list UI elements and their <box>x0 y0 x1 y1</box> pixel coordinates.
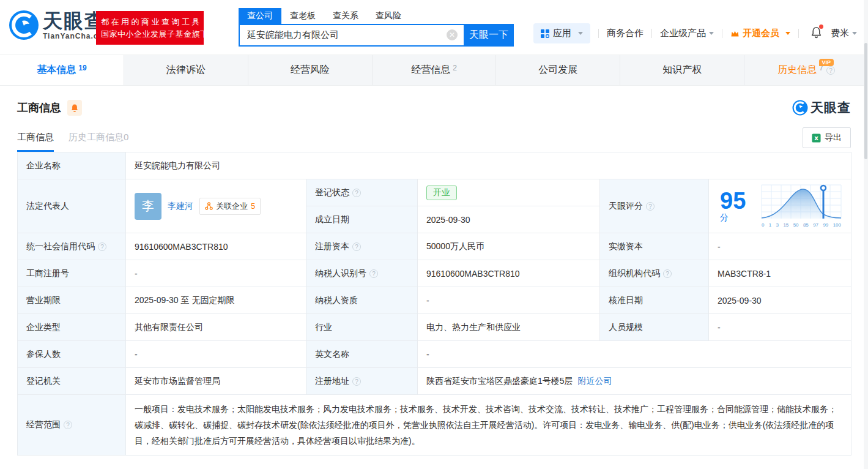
paid-capital-value: - <box>709 233 851 260</box>
tab-operation-info[interactable]: 经营信息 2 <box>373 55 497 85</box>
search-area: 查公司 查老板 查关系 查风险 ✕ 天眼一下 <box>239 8 514 47</box>
score-axis-ticks: 0131550859799100 <box>760 222 842 228</box>
avatar[interactable]: 李 <box>135 193 161 220</box>
reg-authority-value: 延安市市场监督管理局 <box>126 368 306 395</box>
uscc-label: 统一社会信用代码? <box>18 233 126 260</box>
divider <box>598 29 599 38</box>
taxpayer-quality-value: - <box>418 287 600 314</box>
nearby-companies-link[interactable]: 附近公司 <box>578 376 612 386</box>
paid-capital-label: 实缴资本 <box>600 233 709 260</box>
help-icon[interactable]: ? <box>826 66 835 75</box>
table-row: 登记机关 延安市市场监督管理局 注册地址? 陕西省延安市宝塔区鼎盛豪庭1号楼5层… <box>18 368 851 395</box>
address-label: 注册地址? <box>306 368 418 395</box>
search-tab-boss[interactable]: 查老板 <box>281 8 324 24</box>
user-menu[interactable]: 费米 <box>831 28 857 39</box>
menu-enterprise[interactable]: 企业级产品 <box>660 28 714 39</box>
related-count: 5 <box>251 201 255 211</box>
scrollbar[interactable] <box>864 0 868 469</box>
industry-value: 电力、热力生产和供应业 <box>418 314 600 341</box>
tab-operation-risk[interactable]: 经营风险 <box>248 55 373 85</box>
excel-icon: x <box>812 133 821 143</box>
divider <box>722 29 722 38</box>
search-tabs: 查公司 查老板 查关系 查风险 <box>239 8 514 24</box>
search-tab-relation[interactable]: 查关系 <box>324 8 367 24</box>
help-icon[interactable]: ? <box>64 421 72 429</box>
search-input[interactable] <box>239 24 464 47</box>
export-button[interactable]: x 导出 <box>803 127 851 148</box>
chevron-down-icon <box>852 32 857 35</box>
section-title: 工商信息 <box>17 100 61 115</box>
slogan-banner: 都在用的商业查询工具 国家中小企业发展子基金旗下机构 <box>96 11 204 45</box>
legal-rep-label: 法定代表人 <box>18 179 126 233</box>
subtab-business-info[interactable]: 工商信息 <box>17 132 54 152</box>
subtab-history-business-info[interactable]: 历史工商信息0 <box>69 132 128 152</box>
help-icon[interactable]: ? <box>663 269 672 278</box>
legal-rep-cell: 李 李建河 关联企业 5 <box>126 179 306 233</box>
tab-company-development[interactable]: 公司发展 <box>496 55 620 85</box>
english-name-value: - <box>418 341 851 368</box>
scrollbar-thumb[interactable] <box>864 43 867 159</box>
search-button[interactable]: 天眼一下 <box>464 24 514 47</box>
header-menu: 应用 商务合作 企业级产品 开通会员 <box>533 23 857 43</box>
business-term-label: 营业期限 <box>18 287 126 314</box>
chevron-down-icon <box>578 32 583 35</box>
svg-text:x: x <box>814 134 818 141</box>
tab-history-info[interactable]: 历史信息 7 ? VIP <box>744 55 868 85</box>
status-badge: 开业 <box>426 186 457 200</box>
tab-basic-info[interactable]: 基本信息 19 <box>0 55 124 85</box>
monitor-bell-icon[interactable] <box>67 100 82 116</box>
staff-size-label: 人员规模 <box>600 314 709 341</box>
apps-menu[interactable]: 应用 <box>533 23 590 43</box>
company-type-value: 其他有限责任公司 <box>126 314 306 341</box>
notification-dot <box>819 24 823 29</box>
approval-date-label: 核准日期 <box>600 287 709 314</box>
company-type-label: 企业类型 <box>18 314 126 341</box>
help-icon[interactable]: ? <box>352 189 361 197</box>
slogan-line1: 都在用的商业查询工具 <box>101 16 199 28</box>
org-code-label: 组织机构代码? <box>600 260 709 287</box>
table-row: 法定代表人 李 李建河 关联企业 5 <box>18 179 851 206</box>
business-term-value: 2025-09-30 至 无固定期限 <box>126 287 306 314</box>
establish-date-value: 2025-09-30 <box>418 206 600 233</box>
search-tab-risk[interactable]: 查风险 <box>367 8 410 24</box>
help-icon[interactable]: ? <box>646 202 655 211</box>
help-icon[interactable]: ? <box>98 242 106 251</box>
table-row: 参保人数 - 英文名称 - <box>18 341 851 368</box>
tab-legal-litigation[interactable]: 法律诉讼 <box>124 55 248 85</box>
company-nav-tabs: 基本信息 19 法律诉讼 经营风险 经营信息 2 公司发展 知识产权 历史信息 … <box>0 55 868 86</box>
score-cell: 95分 <box>709 179 851 233</box>
org-code-value: MAB3CTR8-1 <box>709 260 851 287</box>
business-info-table: 企业名称 延安皖能电力有限公司 法定代表人 李 李建河 关联企业 <box>17 152 851 456</box>
reg-status-label: 登记状态? <box>306 179 418 206</box>
score-distribution-chart: 0131550859799100 <box>760 184 842 228</box>
address-value: 陕西省延安市宝塔区鼎盛豪庭1号楼5层附近公司 <box>418 368 851 395</box>
help-icon[interactable]: ? <box>352 242 361 251</box>
score-label: 天眼评分? <box>600 179 709 233</box>
search-tab-company[interactable]: 查公司 <box>239 8 281 24</box>
tianyancha-logo[interactable]: 天眼查 TianYanCha.com <box>9 10 110 40</box>
reg-authority-label: 登记机关 <box>18 368 126 395</box>
insured-value: - <box>126 341 306 368</box>
table-row: 企业类型 其他有限责任公司 行业 电力、热力生产和供应业 人员规模 - <box>18 314 851 341</box>
open-vip-button[interactable]: 开通会员 <box>730 28 790 39</box>
crown-icon <box>730 29 740 38</box>
legal-rep-link[interactable]: 李建河 <box>168 201 193 212</box>
english-name-label: 英文名称 <box>306 341 418 368</box>
apps-grid-icon <box>541 29 549 38</box>
divider <box>798 29 799 38</box>
industry-label: 行业 <box>306 314 418 341</box>
clear-icon[interactable]: ✕ <box>447 29 458 40</box>
help-icon[interactable]: ? <box>369 269 378 278</box>
menu-cooperation[interactable]: 商务合作 <box>607 28 644 39</box>
notification-bell-icon[interactable] <box>811 26 822 40</box>
reg-number-value: - <box>126 260 306 287</box>
help-icon[interactable]: ? <box>352 377 361 386</box>
section-watermark-logo: 天眼查 <box>792 99 851 116</box>
tianyancha-logo-icon <box>9 10 39 40</box>
table-row: 工商注册号 - 纳税人识别号? 91610600MAB3CTR810 组织机构代… <box>18 260 851 287</box>
approval-date-value: 2025-09-30 <box>709 287 851 314</box>
reg-number-label: 工商注册号 <box>18 260 126 287</box>
company-name-label: 企业名称 <box>18 152 126 179</box>
related-companies-badge[interactable]: 关联企业 5 <box>199 198 261 215</box>
tab-intellectual-property[interactable]: 知识产权 <box>620 55 744 85</box>
